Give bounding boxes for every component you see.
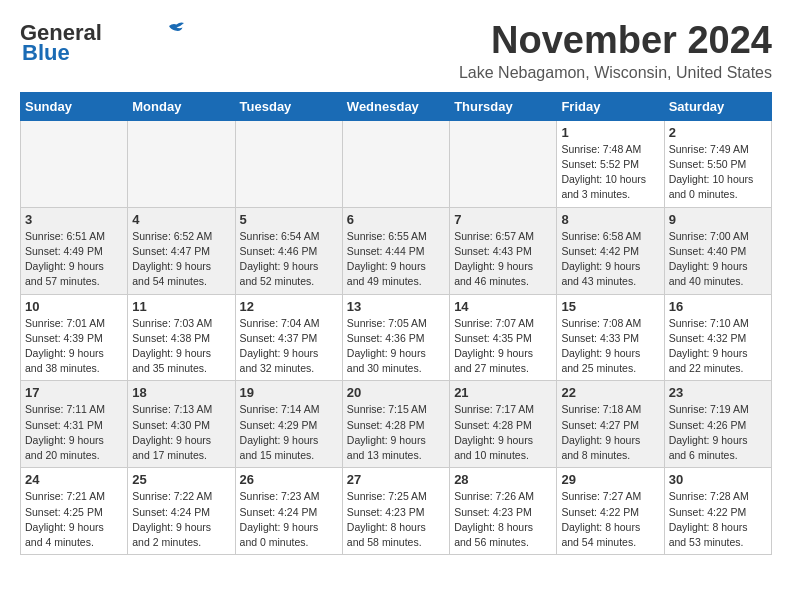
weekday-header-wednesday: Wednesday — [342, 92, 449, 120]
calendar-day-cell: 30Sunrise: 7:28 AM Sunset: 4:22 PM Dayli… — [664, 468, 771, 555]
day-info: Sunrise: 7:21 AM Sunset: 4:25 PM Dayligh… — [25, 489, 123, 550]
day-info: Sunrise: 7:19 AM Sunset: 4:26 PM Dayligh… — [669, 402, 767, 463]
calendar-week-row: 3Sunrise: 6:51 AM Sunset: 4:49 PM Daylig… — [21, 207, 772, 294]
calendar-day-cell: 1Sunrise: 7:48 AM Sunset: 5:52 PM Daylig… — [557, 120, 664, 207]
day-number: 12 — [240, 299, 338, 314]
day-number: 3 — [25, 212, 123, 227]
day-info: Sunrise: 6:55 AM Sunset: 4:44 PM Dayligh… — [347, 229, 445, 290]
calendar-week-row: 17Sunrise: 7:11 AM Sunset: 4:31 PM Dayli… — [21, 381, 772, 468]
logo-bird-icon — [154, 20, 184, 38]
day-number: 28 — [454, 472, 552, 487]
day-info: Sunrise: 7:04 AM Sunset: 4:37 PM Dayligh… — [240, 316, 338, 377]
calendar-day-cell: 4Sunrise: 6:52 AM Sunset: 4:47 PM Daylig… — [128, 207, 235, 294]
month-title: November 2024 — [459, 20, 772, 62]
day-number: 25 — [132, 472, 230, 487]
day-number: 9 — [669, 212, 767, 227]
calendar-day-cell — [128, 120, 235, 207]
calendar-day-cell: 16Sunrise: 7:10 AM Sunset: 4:32 PM Dayli… — [664, 294, 771, 381]
day-info: Sunrise: 7:25 AM Sunset: 4:23 PM Dayligh… — [347, 489, 445, 550]
calendar-day-cell: 9Sunrise: 7:00 AM Sunset: 4:40 PM Daylig… — [664, 207, 771, 294]
day-number: 8 — [561, 212, 659, 227]
day-number: 19 — [240, 385, 338, 400]
calendar-day-cell: 7Sunrise: 6:57 AM Sunset: 4:43 PM Daylig… — [450, 207, 557, 294]
calendar-day-cell: 17Sunrise: 7:11 AM Sunset: 4:31 PM Dayli… — [21, 381, 128, 468]
day-info: Sunrise: 7:14 AM Sunset: 4:29 PM Dayligh… — [240, 402, 338, 463]
day-info: Sunrise: 7:23 AM Sunset: 4:24 PM Dayligh… — [240, 489, 338, 550]
calendar-day-cell: 2Sunrise: 7:49 AM Sunset: 5:50 PM Daylig… — [664, 120, 771, 207]
calendar-day-cell: 3Sunrise: 6:51 AM Sunset: 4:49 PM Daylig… — [21, 207, 128, 294]
day-info: Sunrise: 7:27 AM Sunset: 4:22 PM Dayligh… — [561, 489, 659, 550]
day-number: 15 — [561, 299, 659, 314]
calendar-day-cell: 15Sunrise: 7:08 AM Sunset: 4:33 PM Dayli… — [557, 294, 664, 381]
day-number: 13 — [347, 299, 445, 314]
weekday-header-sunday: Sunday — [21, 92, 128, 120]
calendar-day-cell: 23Sunrise: 7:19 AM Sunset: 4:26 PM Dayli… — [664, 381, 771, 468]
calendar-day-cell: 19Sunrise: 7:14 AM Sunset: 4:29 PM Dayli… — [235, 381, 342, 468]
day-number: 30 — [669, 472, 767, 487]
day-number: 29 — [561, 472, 659, 487]
calendar-day-cell: 22Sunrise: 7:18 AM Sunset: 4:27 PM Dayli… — [557, 381, 664, 468]
logo: General Blue — [20, 20, 184, 66]
day-info: Sunrise: 6:54 AM Sunset: 4:46 PM Dayligh… — [240, 229, 338, 290]
weekday-header-friday: Friday — [557, 92, 664, 120]
day-number: 1 — [561, 125, 659, 140]
day-info: Sunrise: 6:52 AM Sunset: 4:47 PM Dayligh… — [132, 229, 230, 290]
day-number: 24 — [25, 472, 123, 487]
day-info: Sunrise: 7:08 AM Sunset: 4:33 PM Dayligh… — [561, 316, 659, 377]
calendar-day-cell: 20Sunrise: 7:15 AM Sunset: 4:28 PM Dayli… — [342, 381, 449, 468]
calendar-day-cell: 6Sunrise: 6:55 AM Sunset: 4:44 PM Daylig… — [342, 207, 449, 294]
day-info: Sunrise: 7:03 AM Sunset: 4:38 PM Dayligh… — [132, 316, 230, 377]
weekday-header-saturday: Saturday — [664, 92, 771, 120]
day-info: Sunrise: 7:18 AM Sunset: 4:27 PM Dayligh… — [561, 402, 659, 463]
location-subtitle: Lake Nebagamon, Wisconsin, United States — [459, 64, 772, 82]
day-number: 14 — [454, 299, 552, 314]
day-number: 7 — [454, 212, 552, 227]
day-number: 16 — [669, 299, 767, 314]
day-number: 26 — [240, 472, 338, 487]
weekday-header-thursday: Thursday — [450, 92, 557, 120]
day-number: 18 — [132, 385, 230, 400]
day-info: Sunrise: 7:00 AM Sunset: 4:40 PM Dayligh… — [669, 229, 767, 290]
day-info: Sunrise: 7:22 AM Sunset: 4:24 PM Dayligh… — [132, 489, 230, 550]
calendar-day-cell — [450, 120, 557, 207]
calendar-week-row: 10Sunrise: 7:01 AM Sunset: 4:39 PM Dayli… — [21, 294, 772, 381]
calendar-table: SundayMondayTuesdayWednesdayThursdayFrid… — [20, 92, 772, 555]
calendar-day-cell: 18Sunrise: 7:13 AM Sunset: 4:30 PM Dayli… — [128, 381, 235, 468]
page-header: General Blue November 2024 Lake Nebagamo… — [20, 20, 772, 82]
calendar-day-cell: 28Sunrise: 7:26 AM Sunset: 4:23 PM Dayli… — [450, 468, 557, 555]
calendar-day-cell: 26Sunrise: 7:23 AM Sunset: 4:24 PM Dayli… — [235, 468, 342, 555]
calendar-day-cell — [21, 120, 128, 207]
calendar-day-cell: 5Sunrise: 6:54 AM Sunset: 4:46 PM Daylig… — [235, 207, 342, 294]
day-info: Sunrise: 7:01 AM Sunset: 4:39 PM Dayligh… — [25, 316, 123, 377]
calendar-day-cell: 13Sunrise: 7:05 AM Sunset: 4:36 PM Dayli… — [342, 294, 449, 381]
calendar-day-cell: 21Sunrise: 7:17 AM Sunset: 4:28 PM Dayli… — [450, 381, 557, 468]
day-info: Sunrise: 7:15 AM Sunset: 4:28 PM Dayligh… — [347, 402, 445, 463]
day-info: Sunrise: 7:17 AM Sunset: 4:28 PM Dayligh… — [454, 402, 552, 463]
calendar-day-cell — [235, 120, 342, 207]
calendar-day-cell — [342, 120, 449, 207]
day-number: 17 — [25, 385, 123, 400]
calendar-day-cell: 25Sunrise: 7:22 AM Sunset: 4:24 PM Dayli… — [128, 468, 235, 555]
calendar-week-row: 1Sunrise: 7:48 AM Sunset: 5:52 PM Daylig… — [21, 120, 772, 207]
day-number: 21 — [454, 385, 552, 400]
day-info: Sunrise: 7:49 AM Sunset: 5:50 PM Dayligh… — [669, 142, 767, 203]
weekday-header-tuesday: Tuesday — [235, 92, 342, 120]
calendar-day-cell: 29Sunrise: 7:27 AM Sunset: 4:22 PM Dayli… — [557, 468, 664, 555]
day-number: 20 — [347, 385, 445, 400]
calendar-day-cell: 24Sunrise: 7:21 AM Sunset: 4:25 PM Dayli… — [21, 468, 128, 555]
day-info: Sunrise: 7:28 AM Sunset: 4:22 PM Dayligh… — [669, 489, 767, 550]
day-info: Sunrise: 7:10 AM Sunset: 4:32 PM Dayligh… — [669, 316, 767, 377]
day-info: Sunrise: 7:05 AM Sunset: 4:36 PM Dayligh… — [347, 316, 445, 377]
day-info: Sunrise: 7:26 AM Sunset: 4:23 PM Dayligh… — [454, 489, 552, 550]
day-info: Sunrise: 6:51 AM Sunset: 4:49 PM Dayligh… — [25, 229, 123, 290]
day-info: Sunrise: 7:11 AM Sunset: 4:31 PM Dayligh… — [25, 402, 123, 463]
weekday-header-row: SundayMondayTuesdayWednesdayThursdayFrid… — [21, 92, 772, 120]
calendar-week-row: 24Sunrise: 7:21 AM Sunset: 4:25 PM Dayli… — [21, 468, 772, 555]
day-info: Sunrise: 7:07 AM Sunset: 4:35 PM Dayligh… — [454, 316, 552, 377]
day-info: Sunrise: 6:57 AM Sunset: 4:43 PM Dayligh… — [454, 229, 552, 290]
day-number: 23 — [669, 385, 767, 400]
calendar-day-cell: 14Sunrise: 7:07 AM Sunset: 4:35 PM Dayli… — [450, 294, 557, 381]
day-info: Sunrise: 7:13 AM Sunset: 4:30 PM Dayligh… — [132, 402, 230, 463]
day-number: 2 — [669, 125, 767, 140]
calendar-day-cell: 10Sunrise: 7:01 AM Sunset: 4:39 PM Dayli… — [21, 294, 128, 381]
